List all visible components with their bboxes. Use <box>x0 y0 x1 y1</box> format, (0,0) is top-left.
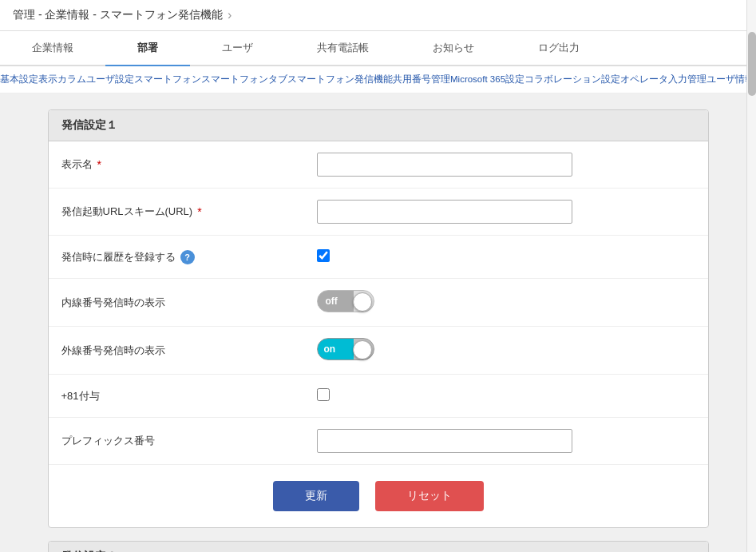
label-plus81: +81付与 <box>61 389 317 403</box>
required-star-display-name: * <box>97 158 101 171</box>
button-row: 更新 リセット <box>49 465 708 527</box>
section1-title: 発信設定１ <box>61 118 117 131</box>
tab-log-output[interactable]: ログ出力 <box>506 31 612 66</box>
toggle-knob-on <box>353 340 372 359</box>
label-external-display-text: 外線番号発信時の表示 <box>61 344 165 358</box>
control-register-history <box>317 249 695 264</box>
label-display-name: 表示名 * <box>61 157 317 172</box>
breadcrumb-arrow: › <box>228 8 232 22</box>
nav-tabs: 企業情報 部署 ユーザ 共有電話帳 お知らせ ログ出力 <box>0 31 756 66</box>
scrollbar-thumb <box>748 32 756 96</box>
scrollbar[interactable] <box>746 0 756 552</box>
control-extension-display: off <box>317 290 695 315</box>
label-extension-display: 内線番号発信時の表示 <box>61 296 317 310</box>
label-url-scheme-text: 発信起動URLスキーム(URL) <box>61 205 193 219</box>
field-display-name: 表示名 * <box>49 141 708 189</box>
help-icon[interactable]: ? <box>180 250 195 264</box>
label-plus81-text: +81付与 <box>61 389 100 403</box>
field-extension-display: 内線番号発信時の表示 off <box>49 279 708 327</box>
label-url-scheme: 発信起動URLスキーム(URL) * <box>61 205 317 219</box>
register-history-checkbox[interactable] <box>317 249 330 262</box>
toggle-knob-off <box>353 292 372 312</box>
label-extension-display-text: 内線番号発信時の表示 <box>61 296 165 310</box>
field-register-history: 発信時に履歴を登録する ? <box>49 236 708 279</box>
control-prefix <box>317 429 695 453</box>
breadcrumb-text: 管理 - 企業情報 - スマートフォン発信機能 <box>13 8 223 22</box>
field-prefix: プレフィックス番号 <box>49 418 708 465</box>
section1-header: 発信設定１ <box>49 110 708 141</box>
control-plus81 <box>317 388 695 403</box>
control-url-scheme <box>317 200 695 224</box>
tab-notice[interactable]: お知らせ <box>401 31 506 66</box>
toggle-off-label: off <box>326 296 338 307</box>
control-external-display: on <box>317 338 695 363</box>
url-scheme-input[interactable] <box>317 200 572 224</box>
prefix-input[interactable] <box>317 429 572 453</box>
label-display-name-text: 表示名 <box>61 157 93 172</box>
label-prefix-text: プレフィックス番号 <box>61 434 155 448</box>
tab-user[interactable]: ユーザ <box>190 31 285 66</box>
field-url-scheme: 発信起動URLスキーム(URL) * <box>49 189 708 236</box>
label-external-display: 外線番号発信時の表示 <box>61 344 317 358</box>
field-external-display: 外線番号発信時の表示 on <box>49 327 708 375</box>
display-name-input[interactable] <box>317 153 572 177</box>
toggle-on-label: on <box>324 344 336 355</box>
section2-card: 発信設定２ <box>48 541 709 552</box>
sub-nav: 基本設定表示カラムユーザ設定スマートフォンスマートフォンタブスマートフォン発信機… <box>0 66 756 93</box>
label-register-history-text: 発信時に履歴を登録する <box>61 250 176 264</box>
label-prefix: プレフィックス番号 <box>61 434 317 448</box>
section1-card: 発信設定１ 表示名 * 発信起動URLスキーム(URL) * <box>48 109 709 528</box>
main-content: 発信設定１ 表示名 * 発信起動URLスキーム(URL) * <box>35 93 722 552</box>
toggle-extension-off[interactable]: off <box>317 290 374 312</box>
header-bar: 管理 - 企業情報 - スマートフォン発信機能 › <box>0 0 756 31</box>
reset-button[interactable]: リセット <box>375 481 484 511</box>
tab-shared-phonebook[interactable]: 共有電話帳 <box>285 31 401 66</box>
control-display-name <box>317 153 695 177</box>
required-star-url: * <box>197 205 201 218</box>
section2-header: 発信設定２ <box>49 542 708 552</box>
update-button[interactable]: 更新 <box>273 481 359 511</box>
toggle-external-on[interactable]: on <box>317 338 374 360</box>
tab-department[interactable]: 部署 <box>105 31 190 66</box>
label-register-history: 発信時に履歴を登録する ? <box>61 250 317 264</box>
field-plus81: +81付与 <box>49 375 708 418</box>
tab-company[interactable]: 企業情報 <box>0 31 105 66</box>
sub-nav-items: 基本設定表示カラムユーザ設定スマートフォンスマートフォンタブスマートフォン発信機… <box>0 71 756 88</box>
sub-nav-text[interactable]: 基本設定表示カラムユーザ設定スマートフォンスマートフォンタブスマートフォン発信機… <box>0 71 756 88</box>
breadcrumb: 管理 - 企業情報 - スマートフォン発信機能 › <box>13 8 232 22</box>
plus81-checkbox[interactable] <box>317 388 330 401</box>
